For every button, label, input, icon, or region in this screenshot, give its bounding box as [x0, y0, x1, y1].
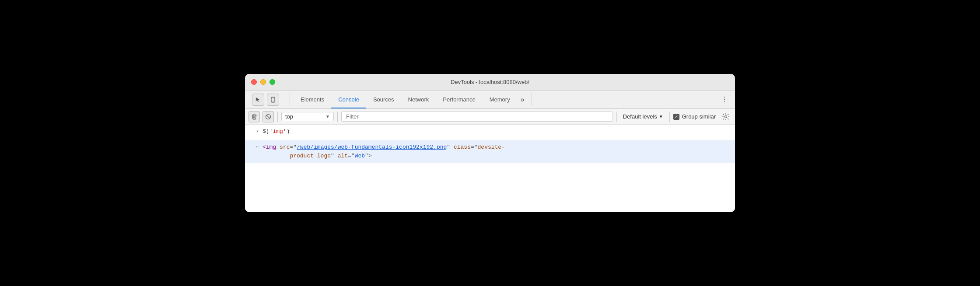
output-gutter: ←: [248, 143, 262, 150]
toolbar-separator-2: [337, 112, 338, 122]
mobile-icon[interactable]: [267, 94, 279, 106]
settings-button[interactable]: [720, 111, 732, 122]
tab-memory[interactable]: Memory: [483, 91, 517, 108]
html-src-link[interactable]: /web/images/web-fundamentals-icon192x192…: [297, 144, 447, 150]
log-levels-arrow-icon: ▼: [659, 114, 663, 119]
console-output-row: ← <img src="/web/images/web-fundamentals…: [245, 140, 735, 163]
cursor-icon[interactable]: [252, 94, 264, 106]
log-levels-label: Default levels: [623, 113, 657, 120]
tabbar: Elements Console Sources Network Perform…: [245, 91, 735, 109]
svg-rect-2: [273, 101, 274, 101]
minimize-button[interactable]: [260, 79, 266, 85]
context-selector[interactable]: top ▼: [281, 112, 334, 121]
tab-console[interactable]: Console: [331, 91, 366, 108]
toolbar-separator-1: [277, 112, 278, 122]
devtools-menu-button[interactable]: ⋮: [718, 91, 732, 108]
prompt-arrow: ›: [256, 128, 259, 135]
console-output: › $('img') ← <img src="/web/images/web-f…: [245, 125, 735, 212]
devtools-window: DevTools - localhost:8080/web/ Elements: [245, 74, 735, 212]
svg-rect-1: [272, 98, 274, 98]
more-tabs-button[interactable]: »: [517, 91, 528, 108]
console-output-text: <img src="/web/images/web-fundamentals-i…: [262, 143, 732, 160]
console-toolbar: top ▼ Default levels ▼ ✓ Group similar: [245, 109, 735, 125]
html-tag-open: <img: [262, 144, 276, 150]
context-arrow-icon: ▼: [326, 114, 330, 119]
js-paren-close: ): [287, 128, 290, 135]
context-value: top: [285, 113, 293, 120]
group-similar-checkbox[interactable]: ✓ Group similar: [673, 113, 716, 120]
html-attr-src: src: [280, 144, 290, 150]
html-attr-alt: alt: [338, 153, 348, 159]
html-attr-class: class: [454, 144, 471, 150]
maximize-button[interactable]: [270, 79, 275, 85]
js-paren-open: (: [266, 128, 270, 135]
checkbox-icon: ✓: [673, 114, 679, 120]
toolbar-separator-3: [616, 112, 617, 122]
tab-network[interactable]: Network: [401, 91, 436, 108]
tab-elements[interactable]: Elements: [294, 91, 331, 108]
clear-console-button[interactable]: [248, 111, 260, 122]
toolbar-separator-4: [669, 112, 670, 122]
block-icon-button[interactable]: [262, 111, 274, 122]
window-title: DevTools - localhost:8080/web/: [451, 79, 529, 85]
input-gutter: ›: [248, 127, 262, 135]
console-input-text: $('img'): [262, 127, 732, 136]
tab-separator: [290, 93, 290, 106]
console-input-row: › $('img'): [245, 125, 735, 140]
svg-point-10: [725, 115, 727, 118]
devtools-icons: [248, 91, 283, 108]
html-alt-value: Web: [355, 153, 365, 159]
js-dollar: $: [262, 128, 266, 135]
tab-performance[interactable]: Performance: [436, 91, 482, 108]
group-similar-label: Group similar: [682, 113, 716, 120]
titlebar: DevTools - localhost:8080/web/: [245, 74, 735, 91]
traffic-lights: [251, 79, 275, 85]
tab-separator-2: [532, 93, 532, 106]
close-button[interactable]: [251, 79, 257, 85]
tab-sources[interactable]: Sources: [366, 91, 401, 108]
filter-input[interactable]: [341, 112, 613, 122]
log-levels-button[interactable]: Default levels ▼: [620, 113, 666, 120]
js-string-img: 'img': [270, 128, 287, 135]
svg-line-9: [266, 115, 270, 119]
output-arrow: ←: [256, 144, 259, 150]
